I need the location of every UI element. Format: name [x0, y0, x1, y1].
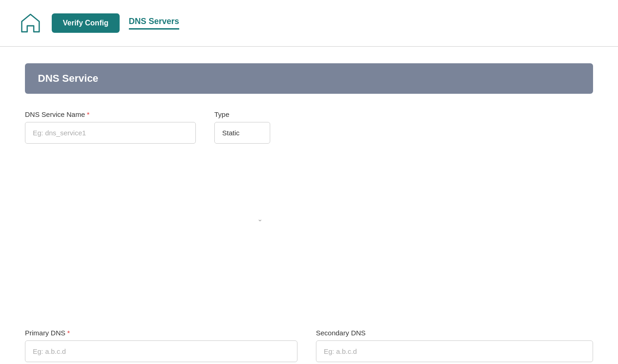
primary-dns-input[interactable] — [25, 340, 297, 362]
form-row-2: Primary DNS* Secondary DNS — [25, 329, 593, 362]
type-label: Type — [214, 110, 270, 118]
required-star-name: * — [87, 110, 90, 118]
dns-service-name-label: DNS Service Name* — [25, 110, 196, 118]
form-row-1: DNS Service Name* Type Static Dynamic ⌄ — [25, 110, 593, 316]
primary-dns-label: Primary DNS* — [25, 329, 297, 337]
header: Verify Config DNS Servers — [0, 0, 618, 46]
verify-config-button[interactable]: Verify Config — [52, 13, 120, 33]
primary-dns-group: Primary DNS* — [25, 329, 297, 362]
dns-service-name-group: DNS Service Name* — [25, 110, 196, 316]
section-header: DNS Service — [25, 63, 593, 94]
secondary-dns-group: Secondary DNS — [316, 329, 593, 362]
main-content: DNS Service DNS Service Name* Type Stati… — [0, 47, 618, 364]
type-select-wrapper: Static Dynamic ⌄ — [214, 122, 270, 316]
secondary-dns-label: Secondary DNS — [316, 329, 593, 337]
home-icon[interactable] — [18, 11, 42, 35]
dns-servers-tab[interactable]: DNS Servers — [129, 17, 179, 30]
section-title: DNS Service — [38, 73, 98, 84]
secondary-dns-input[interactable] — [316, 340, 593, 362]
type-select[interactable]: Static Dynamic — [214, 122, 270, 144]
dns-service-name-input[interactable] — [25, 122, 196, 144]
required-star-primary: * — [67, 329, 70, 337]
chevron-down-icon: ⌄ — [257, 215, 263, 223]
type-group: Type Static Dynamic ⌄ — [214, 110, 270, 316]
